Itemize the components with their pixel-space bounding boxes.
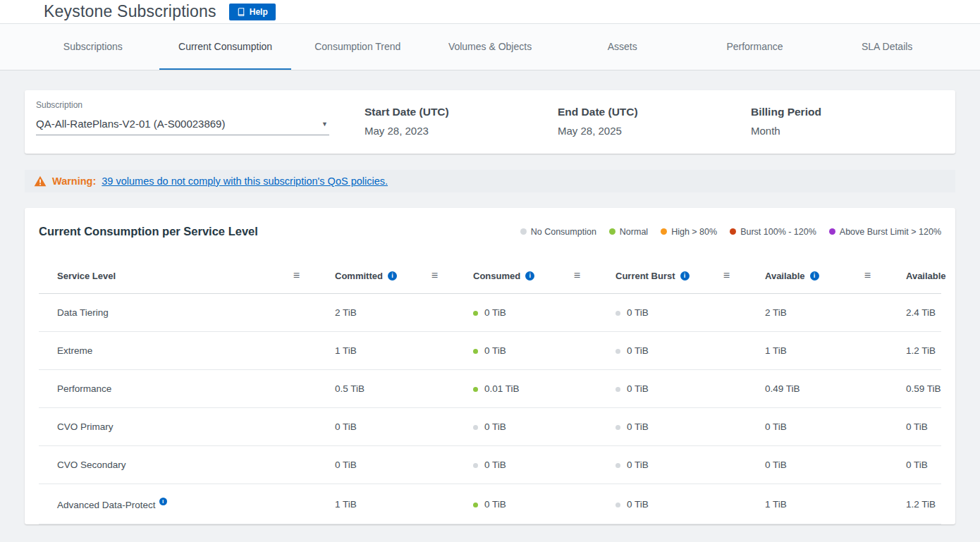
tab-subscriptions[interactable]: Subscriptions [27, 24, 159, 70]
legend-label: Burst 100% - 120% [740, 227, 816, 237]
info-icon[interactable]: i [680, 271, 690, 281]
cell-available: 1 TiB [765, 484, 906, 524]
cell-value: 1 TiB [335, 345, 357, 356]
cell-value: 2 TiB [335, 307, 357, 318]
cell-committed: 1 TiB [335, 332, 473, 370]
cell-consumed: 0 TiB [473, 408, 615, 446]
cell-value: 0 TiB [765, 421, 787, 432]
legend-dot-icon [829, 228, 835, 235]
service-level-label: CVO Primary [57, 421, 114, 432]
cell-available: 0 TiB [765, 408, 906, 446]
status-dot-icon [615, 425, 620, 430]
warning-label: Warning: [52, 175, 96, 187]
info-icon[interactable]: i [388, 271, 397, 281]
table-row: Data Tiering2 TiB0 TiB0 TiB2 TiB2.4 TiB [39, 294, 941, 332]
cell-available-2: 0 TiB [906, 408, 941, 446]
info-icon[interactable]: i [810, 271, 819, 281]
cell-value: 0 TiB [484, 460, 506, 470]
cell-value: 0 TiB [484, 345, 506, 356]
cell-value: 1 TiB [335, 499, 357, 510]
cell-available: 2 TiB [765, 294, 906, 332]
table-row: CVO Primary0 TiB0 TiB0 TiB0 TiB0 TiB [39, 408, 941, 446]
column-label: Committed [335, 271, 383, 281]
warning-triangle-icon [34, 175, 47, 187]
book-icon [237, 8, 245, 16]
status-dot-icon [473, 387, 478, 392]
info-icon[interactable]: i [159, 498, 167, 505]
legend-dot-icon [661, 228, 667, 235]
field-billing-period: Billing PeriodMonth [751, 106, 944, 137]
cell-value: 0 TiB [627, 383, 649, 394]
cell-current-burst: 0 TiB [615, 484, 765, 524]
cell-current-burst: 0 TiB [615, 332, 765, 370]
legend-above-burst-limit-120: Above Burst Limit > 120% [829, 227, 941, 237]
cell-value: 0 TiB [627, 345, 649, 356]
cell-service-level: Performance [39, 370, 335, 408]
status-dot-icon [615, 463, 620, 468]
cell-value: 0 TiB [906, 460, 928, 470]
subscription-select-block: Subscription QA-All-RatePlans-V2-01 (A-S… [36, 100, 341, 137]
legend-no-consumption: No Consumption [520, 227, 596, 237]
cell-value: 1.2 TiB [906, 499, 936, 510]
cell-available-2: 1.2 TiB [906, 484, 941, 524]
tab-current-consumption[interactable]: Current Consumption [159, 24, 292, 70]
help-button[interactable]: Help [229, 4, 276, 20]
cell-value: 0 TiB [335, 421, 357, 432]
cell-value: 0 TiB [765, 460, 787, 470]
field-value: May 28, 2025 [558, 125, 751, 137]
column-menu-icon[interactable]: ≡ [864, 270, 871, 281]
tab-consumption-trend[interactable]: Consumption Trend [291, 24, 424, 70]
subscription-select[interactable]: QA-All-RatePlans-V2-01 (A-S00023869) ▼ [36, 118, 329, 135]
legend-normal: Normal [609, 227, 648, 237]
cell-service-level: CVO Secondary [39, 446, 335, 484]
table-body: Data Tiering2 TiB0 TiB0 TiB2 TiB2.4 TiBE… [39, 294, 941, 524]
tab-assets[interactable]: Assets [556, 24, 689, 70]
cell-value: 0.49 TiB [765, 383, 800, 394]
column-menu-icon[interactable]: ≡ [431, 270, 438, 281]
warning-banner: Warning: 39 volumes do not comply with t… [25, 170, 955, 192]
legend-label: High > 80% [671, 227, 717, 237]
legend-label: Normal [620, 227, 648, 237]
cell-value: 1 TiB [765, 499, 787, 510]
warning-link[interactable]: 39 volumes do not comply with this subsc… [102, 175, 388, 187]
subscription-select-value: QA-All-RatePlans-V2-01 (A-S00023869) [36, 118, 225, 130]
cell-value: 0.01 TiB [484, 383, 520, 394]
cell-current-burst: 0 TiB [615, 294, 765, 332]
cell-committed: 1 TiB [335, 484, 473, 524]
cell-value: 0.5 TiB [335, 383, 365, 394]
help-button-label: Help [250, 7, 268, 17]
column-menu-icon[interactable]: ≡ [574, 270, 580, 281]
service-level-label: Data Tiering [57, 307, 109, 318]
cell-available-2: 2.4 TiB [906, 294, 941, 332]
column-menu-icon[interactable]: ≡ [723, 270, 730, 281]
cell-available-2: 1.2 TiB [906, 332, 941, 370]
column-service-level: Service Level≡ [39, 259, 335, 294]
cell-value: 0 TiB [627, 499, 649, 510]
cell-current-burst: 0 TiB [615, 370, 765, 408]
column-label: Available [765, 271, 805, 281]
legend: No ConsumptionNormalHigh > 80%Burst 100%… [520, 227, 941, 237]
legend-label: No Consumption [531, 227, 596, 237]
cell-consumed: 0 TiB [473, 484, 615, 524]
cell-consumed: 0 TiB [473, 294, 615, 332]
column-menu-icon[interactable]: ≡ [293, 270, 300, 281]
field-label: End Date (UTC) [558, 106, 751, 118]
cell-available: 1 TiB [765, 332, 906, 370]
cell-value: 0 TiB [627, 307, 649, 318]
info-icon[interactable]: i [525, 271, 534, 281]
status-dot-icon [615, 349, 620, 354]
consumption-table: Service Level≡Committedi≡Consumedi≡Curre… [39, 259, 941, 524]
column-label: Consumed [473, 271, 520, 281]
cell-service-level: Extreme [39, 332, 335, 370]
column-label: Current Burst [615, 271, 675, 281]
column-label: Available [906, 271, 946, 281]
main-content: Subscription QA-All-RatePlans-V2-01 (A-S… [0, 70, 980, 542]
tab-sla-details[interactable]: SLA Details [821, 24, 953, 70]
cell-value: 0.59 TiB [906, 383, 941, 394]
field-value: Month [751, 125, 944, 137]
consumption-header: Current Consumption per Service Level No… [39, 225, 941, 238]
tab-volumes-objects[interactable]: Volumes & Objects [424, 24, 556, 70]
column-label: Service Level [57, 271, 116, 281]
top-bar: Keystone Subscriptions Help [0, 0, 980, 24]
tab-performance[interactable]: Performance [689, 24, 821, 70]
